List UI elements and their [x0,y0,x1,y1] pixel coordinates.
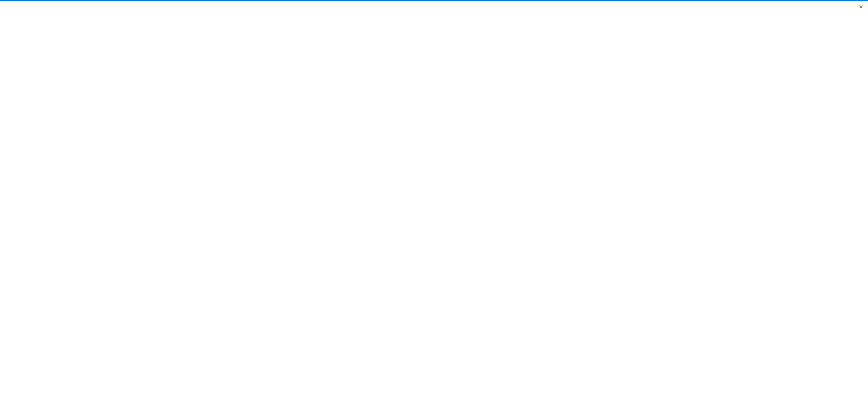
close-button[interactable]: ✕ [859,4,863,10]
azure-top-bar [0,0,868,1]
